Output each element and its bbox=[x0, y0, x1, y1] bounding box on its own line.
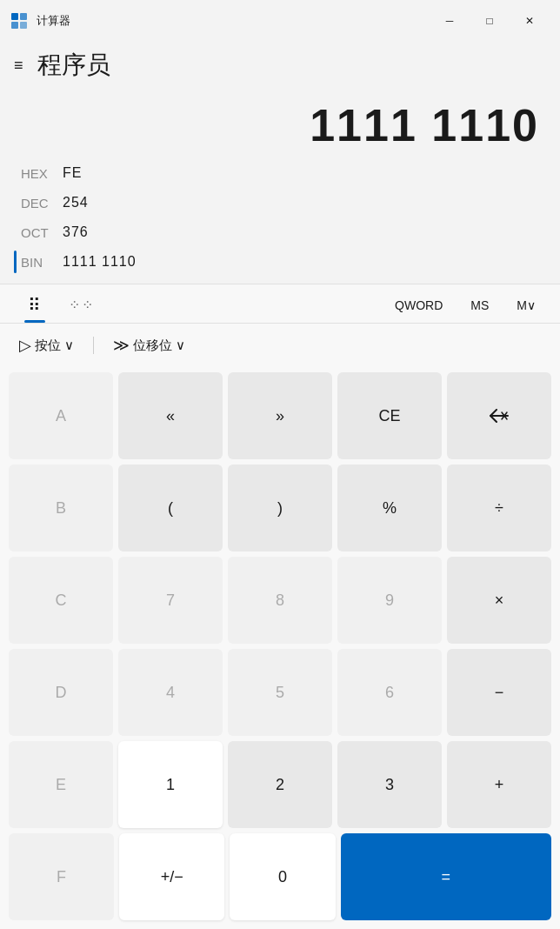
app-content: ≡ 程序员 1111 1110 HEX FE DEC 254 OCT 376 B… bbox=[0, 42, 560, 929]
bitwise-button[interactable]: ▷ 按位 ∨ bbox=[14, 332, 79, 358]
minimize-button[interactable]: ─ bbox=[430, 7, 470, 35]
bitpad-icon: ⁘⁘ bbox=[69, 298, 95, 312]
hex-row: HEX FE bbox=[21, 158, 539, 188]
key-percent[interactable]: % bbox=[337, 464, 442, 551]
window-controls: ─ □ ✕ bbox=[430, 7, 550, 35]
shift-label: 位移位 bbox=[133, 338, 172, 354]
key-C[interactable]: C bbox=[9, 557, 113, 644]
mode-tabs: ⠿ ⁘⁘ QWORD MS M∨ bbox=[0, 284, 560, 324]
app-icon bbox=[10, 12, 28, 30]
key-row-4: D 4 5 6 − bbox=[9, 649, 551, 736]
close-button[interactable]: ✕ bbox=[510, 7, 550, 35]
display-area: 1111 1110 HEX FE DEC 254 OCT 376 BIN 111… bbox=[0, 85, 560, 284]
key-backspace[interactable] bbox=[447, 372, 551, 459]
key-row-3: C 7 8 9 × bbox=[9, 557, 551, 644]
key-rshift[interactable]: » bbox=[228, 372, 332, 459]
key-divide[interactable]: ÷ bbox=[447, 464, 551, 551]
tab-numpad[interactable]: ⠿ bbox=[14, 291, 55, 323]
oct-row: OCT 376 bbox=[21, 217, 539, 247]
key-lshift[interactable]: « bbox=[118, 372, 223, 459]
dec-label: DEC bbox=[21, 196, 63, 211]
bit-controls: ▷ 按位 ∨ ≫ 位移位 ∨ bbox=[0, 324, 560, 367]
title-bar: 计算器 ─ □ ✕ bbox=[0, 0, 560, 42]
key-equals[interactable]: = bbox=[341, 833, 551, 920]
app-title: 计算器 bbox=[37, 13, 430, 29]
key-8[interactable]: 8 bbox=[228, 557, 332, 644]
mv-label: M bbox=[517, 298, 527, 312]
key-A[interactable]: A bbox=[9, 372, 113, 459]
bitwise-label: 按位 bbox=[35, 338, 61, 354]
key-9[interactable]: 9 bbox=[337, 557, 442, 644]
key-row-5: E 1 2 3 + bbox=[9, 741, 551, 828]
key-subtract[interactable]: − bbox=[447, 649, 551, 736]
bit-controls-sep bbox=[93, 337, 94, 354]
hex-label: HEX bbox=[21, 166, 63, 181]
header-row: ≡ 程序员 bbox=[0, 42, 560, 85]
mode-title: 程序员 bbox=[37, 49, 110, 82]
dec-value: 254 bbox=[63, 195, 89, 211]
bin-label: BIN bbox=[21, 255, 63, 270]
key-D[interactable]: D bbox=[9, 649, 113, 736]
key-3[interactable]: 3 bbox=[337, 741, 442, 828]
key-add[interactable]: + bbox=[447, 741, 551, 828]
mv-arrow: ∨ bbox=[527, 298, 536, 312]
key-row-6: F +/− 0 = bbox=[9, 833, 551, 920]
shift-button[interactable]: ≫ 位移位 ∨ bbox=[108, 332, 190, 358]
dec-row: DEC 254 bbox=[21, 188, 539, 217]
numpad-icon: ⠿ bbox=[28, 297, 41, 314]
key-negate[interactable]: +/− bbox=[119, 833, 224, 920]
key-4[interactable]: 4 bbox=[118, 649, 223, 736]
key-multiply[interactable]: × bbox=[447, 557, 551, 644]
tab-qword[interactable]: QWORD bbox=[384, 293, 453, 321]
hex-value: FE bbox=[63, 165, 82, 181]
key-E[interactable]: E bbox=[9, 741, 113, 828]
svg-rect-2 bbox=[11, 22, 18, 29]
tab-ms[interactable]: MS bbox=[460, 293, 499, 321]
svg-rect-3 bbox=[20, 22, 27, 29]
key-2[interactable]: 2 bbox=[228, 741, 332, 828]
key-6[interactable]: 6 bbox=[337, 649, 442, 736]
key-CE[interactable]: CE bbox=[337, 372, 442, 459]
tab-mv[interactable]: M∨ bbox=[506, 293, 546, 321]
oct-value: 376 bbox=[63, 224, 89, 240]
bitwise-arrow: ∨ bbox=[64, 338, 74, 353]
key-1[interactable]: 1 bbox=[118, 741, 223, 828]
tab-bitpad[interactable]: ⁘⁘ bbox=[55, 293, 109, 321]
svg-rect-0 bbox=[11, 13, 18, 20]
svg-rect-1 bbox=[20, 13, 27, 20]
tab-right-group: QWORD MS M∨ bbox=[384, 293, 546, 321]
main-display: 1111 1110 bbox=[14, 85, 546, 158]
num-representations: HEX FE DEC 254 OCT 376 BIN 1111 1110 bbox=[14, 158, 546, 277]
key-rparen[interactable]: ) bbox=[228, 464, 332, 551]
key-F[interactable]: F bbox=[9, 833, 114, 920]
bitwise-icon: ▷ bbox=[19, 336, 31, 355]
key-5[interactable]: 5 bbox=[228, 649, 332, 736]
bin-row: BIN 1111 1110 bbox=[21, 247, 539, 277]
key-row-1: A « » CE bbox=[9, 372, 551, 459]
bin-value: 1111 1110 bbox=[63, 254, 137, 270]
maximize-button[interactable]: □ bbox=[470, 7, 510, 35]
shift-icon: ≫ bbox=[113, 336, 130, 355]
key-row-2: B ( ) % ÷ bbox=[9, 464, 551, 551]
key-lparen[interactable]: ( bbox=[118, 464, 223, 551]
bottom-section: ⠿ ⁘⁘ QWORD MS M∨ ▷ 按位 ∨ ≫ 位移位 bbox=[0, 284, 560, 929]
menu-icon[interactable]: ≡ bbox=[14, 57, 23, 75]
key-7[interactable]: 7 bbox=[118, 557, 223, 644]
shift-arrow: ∨ bbox=[176, 338, 185, 353]
oct-label: OCT bbox=[21, 225, 63, 240]
keypad: A « » CE B ( ) % ÷ bbox=[0, 367, 560, 929]
key-B[interactable]: B bbox=[9, 464, 113, 551]
key-0[interactable]: 0 bbox=[230, 833, 335, 920]
